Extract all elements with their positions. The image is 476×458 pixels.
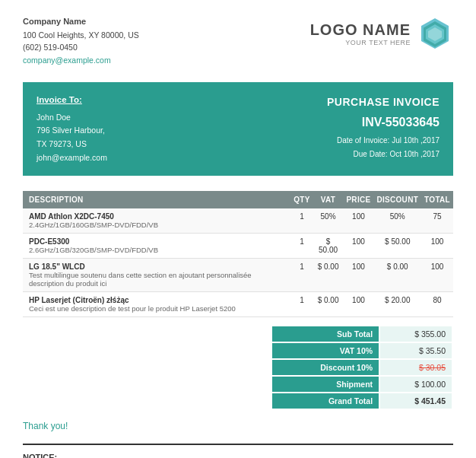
company-name: Company Name	[23, 15, 139, 29]
item-discount: $ 0.00	[373, 258, 421, 291]
logo-tagline: YOUR TEXT HERE	[310, 39, 411, 46]
table-row: HP Laserjet (Citroën) złśżąc Ceci est un…	[23, 291, 453, 316]
item-title: HP Laserjet (Citroën) złśżąc	[29, 296, 287, 304]
invoice-title: PURCHASE INVOICE	[327, 93, 440, 112]
due-label: Due Date:	[354, 150, 388, 158]
vat-value: $ 35.50	[380, 343, 452, 358]
item-qty: 1	[290, 208, 313, 234]
shipment-label: Shipment	[272, 377, 379, 392]
table-row: AMD Athlon X2DC-7450 2.4GHz/1GB/160GB/SM…	[23, 208, 453, 234]
item-discount: 50%	[373, 208, 421, 234]
recipient-name: John Doe	[36, 111, 107, 125]
subtotal-value: $ 355.00	[380, 326, 452, 342]
item-title: LG 18.5" WLCD	[29, 262, 287, 271]
logo-icon	[417, 15, 453, 52]
item-qty: 1	[290, 233, 313, 258]
item-price: 100	[343, 208, 373, 234]
date-label: Date of Invoice:	[337, 136, 389, 145]
col-qty: QTY	[290, 191, 313, 208]
item-subtitle: 2.6GHz/1GB/320GB/SMP-DVD/FDD/VB	[29, 246, 287, 254]
item-total: 75	[421, 208, 453, 234]
totals-section: Sub Total $ 355.00 VAT 10% $ 35.50 Disco…	[23, 325, 453, 410]
item-subtitle: 2.4GHz/1GB/160GB/SMP-DVD/FDD/VB	[29, 221, 287, 229]
item-description: AMD Athlon X2DC-7450 2.4GHz/1GB/160GB/SM…	[23, 208, 290, 234]
date-value: Jul 10th ,2017	[392, 136, 440, 145]
notice-section: NOTICE: A finance charge of 1.5% will be…	[23, 444, 453, 458]
discount-value: $ 30.05	[380, 360, 452, 375]
table-header: DESCRIPTION QTY VAT PRICE DISCOUNT TOTAL	[23, 191, 453, 208]
subtotal-label: Sub Total	[272, 326, 379, 342]
item-title: AMD Athlon X2DC-7450	[29, 212, 287, 221]
thankyou-text: Thank you!	[23, 421, 453, 431]
shipment-value: $ 100.00	[380, 377, 452, 392]
col-price: PRICE	[343, 191, 373, 208]
notice-title: NOTICE:	[23, 453, 453, 458]
item-price: 100	[343, 258, 373, 291]
invoice-dates: Date of Invoice: Jul 10th ,2017 Due Date…	[327, 134, 440, 161]
item-description: LG 18.5" WLCD Test multilingue soutenu d…	[23, 258, 290, 291]
item-total: 100	[421, 233, 453, 258]
company-info: Company Name 100 Cool Heights, XY 80000,…	[23, 15, 139, 67]
item-description: PDC-E5300 2.6GHz/1GB/320GB/SMP-DVD/FDD/V…	[23, 233, 290, 258]
item-title: PDC-E5300	[29, 237, 287, 246]
item-subtitle: Test multilingue soutenu dans cette sect…	[29, 271, 287, 288]
shipment-row: Shipment $ 100.00	[272, 377, 452, 392]
company-phone: (602) 519-0450	[23, 41, 139, 54]
invoice-to-label: Invoice To:	[36, 93, 107, 108]
item-discount: $ 50.00	[373, 233, 421, 258]
item-vat: $ 0.00	[313, 291, 344, 316]
item-qty: 1	[290, 258, 313, 291]
logo-name: LOGO NAME	[310, 21, 411, 39]
item-qty: 1	[290, 291, 313, 316]
items-table: DESCRIPTION QTY VAT PRICE DISCOUNT TOTAL…	[23, 191, 453, 317]
item-vat: 50%	[313, 208, 344, 234]
table-row: LG 18.5" WLCD Test multilingue soutenu d…	[23, 258, 453, 291]
invoice-number: INV-55033645	[327, 112, 440, 134]
item-discount: $ 20.00	[373, 291, 421, 316]
company-address1: 100 Cool Heights, XY 80000, US	[23, 29, 139, 42]
item-vat: $ 50.00	[313, 233, 344, 258]
recipient-email: john@example.com	[36, 151, 107, 165]
invoice-to-block: Invoice To: John Doe 796 Silver Harbour,…	[36, 93, 107, 165]
discount-value-text: $ 30.05	[419, 363, 446, 372]
col-total: TOTAL	[421, 191, 453, 208]
logo-text-block: LOGO NAME YOUR TEXT HERE	[310, 21, 411, 46]
col-vat: VAT	[313, 191, 344, 208]
item-description: HP Laserjet (Citroën) złśżąc Ceci est un…	[23, 291, 290, 316]
item-subtitle: Ceci est une description de test pour le…	[29, 304, 287, 313]
invoice-header-band: Invoice To: John Doe 796 Silver Harbour,…	[23, 82, 453, 176]
recipient-address1: 796 Silver Harbour,	[36, 124, 107, 138]
invoice-meta: PURCHASE INVOICE INV-55033645 Date of In…	[327, 93, 440, 161]
item-price: 100	[343, 233, 373, 258]
page-header: Company Name 100 Cool Heights, XY 80000,…	[23, 15, 453, 67]
item-vat: $ 0.00	[313, 258, 344, 291]
col-discount: DISCOUNT	[373, 191, 421, 208]
vat-row: VAT 10% $ 35.50	[272, 343, 452, 358]
grandtotal-value: $ 451.45	[380, 393, 452, 409]
col-description: DESCRIPTION	[23, 191, 290, 208]
item-price: 100	[343, 291, 373, 316]
item-total: 100	[421, 258, 453, 291]
vat-label: VAT 10%	[272, 343, 379, 358]
subtotal-row: Sub Total $ 355.00	[272, 326, 452, 342]
totals-table: Sub Total $ 355.00 VAT 10% $ 35.50 Disco…	[271, 325, 453, 410]
logo-area: LOGO NAME YOUR TEXT HERE	[310, 15, 453, 52]
grandtotal-label: Grand Total	[272, 393, 379, 409]
table-row: PDC-E5300 2.6GHz/1GB/320GB/SMP-DVD/FDD/V…	[23, 233, 453, 258]
grandtotal-row: Grand Total $ 451.45	[272, 393, 452, 409]
recipient-address2: TX 79273, US	[36, 138, 107, 151]
company-email: company@example.com	[23, 54, 139, 67]
items-tbody: AMD Athlon X2DC-7450 2.4GHz/1GB/160GB/SM…	[23, 208, 453, 317]
discount-row: Discount 10% $ 30.05	[272, 360, 452, 375]
due-value: Oct 10th ,2017	[389, 150, 440, 158]
discount-label: Discount 10%	[272, 360, 379, 375]
item-total: 80	[421, 291, 453, 316]
